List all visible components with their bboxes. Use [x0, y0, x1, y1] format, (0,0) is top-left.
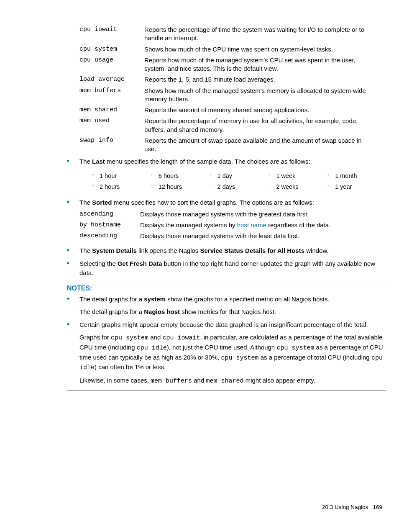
text: The	[79, 199, 92, 206]
time-column: 1 hour2 hours	[92, 170, 151, 192]
time-column: 6 hours12 hours	[151, 170, 210, 192]
time-column: 1 week2 weeks	[269, 170, 327, 192]
bold-text: Nagios host	[144, 308, 180, 315]
glossary-link[interactable]: host name	[237, 221, 266, 229]
time-option: 2 days	[210, 181, 269, 192]
time-option: 1 hour	[92, 170, 151, 181]
button-name: Get Fresh Data	[118, 260, 162, 267]
time-option: 1 week	[269, 170, 327, 181]
time-option: 12 hours	[151, 181, 210, 192]
text: window.	[304, 247, 329, 254]
term: by hostname	[79, 220, 140, 231]
description: Shows how much of the managed system's m…	[144, 85, 374, 105]
sort-option-row: by hostnameDisplays the managed systems …	[79, 220, 386, 231]
text: ), not just the CPU time used. Although	[167, 344, 277, 351]
sorted-menu-item: The Sorted menu specifies how to sort th…	[67, 198, 386, 242]
text: The	[79, 158, 92, 165]
code-text: mem buffers	[151, 378, 192, 385]
bold-text: system	[144, 296, 166, 303]
text: ) can often be 1% or less.	[95, 363, 166, 370]
code-text: cpu system	[221, 355, 259, 362]
code-text: cpu idle	[137, 344, 167, 352]
definition-row: cpu usageReports how much of the managed…	[79, 55, 374, 75]
text: menu specifies how to sort the detail gr…	[112, 199, 314, 206]
description: Reports the percentage of memory in use …	[144, 116, 374, 135]
code-text: cpu iowait	[162, 334, 200, 342]
notes-heading: NOTES:	[67, 285, 386, 292]
description: Displays those managed systems with the …	[140, 231, 386, 242]
definitions-table-1: cpu iowaitReports the percentage of time…	[79, 24, 374, 154]
text: show metrics for that Nagios host.	[180, 308, 276, 315]
definition-row: swap infoReports the amount of swap spac…	[79, 135, 374, 155]
description: Reports the amount of swap space availab…	[144, 135, 374, 155]
term: ascending	[79, 209, 140, 220]
text: and	[148, 334, 162, 341]
text: show the graphs for a specified metric o…	[166, 296, 330, 303]
window-name: Service Status Details for All Hosts	[200, 247, 305, 254]
term: cpu system	[79, 44, 144, 55]
term: cpu usage	[79, 55, 144, 75]
description: Reports the percentage of time the syste…	[144, 24, 374, 44]
time-option: 6 hours	[151, 170, 210, 181]
definition-row: load averageReports the 1, 5, and 15 min…	[79, 74, 374, 85]
page-footer: 20.3 Using Nagios 169	[322, 504, 382, 510]
sort-option-row: ascendingDisplays those managed systems …	[79, 209, 386, 220]
note-item-1: The detail graphs for a system show the …	[67, 295, 386, 316]
text: The detail graphs for a	[79, 308, 144, 315]
code-text: mem shared	[206, 378, 243, 385]
description: Displays those managed systems with the …	[140, 209, 386, 220]
menu-name: Sorted	[92, 199, 112, 206]
definition-row: mem buffersShows how much of the managed…	[79, 85, 374, 105]
text: might also appear empty.	[244, 377, 315, 384]
description: Reports the 1, 5, and 15 minute load ave…	[144, 74, 374, 85]
note-item-2: Certain graphs might appear empty becaus…	[67, 320, 386, 386]
description: Displays the managed systems by host nam…	[140, 220, 386, 231]
term: descending	[79, 231, 140, 242]
text: Likewise, in some cases,	[79, 377, 151, 384]
time-options-grid: 1 hour2 hours6 hours12 hours1 day2 days1…	[92, 170, 386, 192]
text: Selecting the	[79, 260, 118, 267]
time-option: 1 year	[327, 181, 386, 192]
text: The	[79, 247, 92, 254]
description: Shows how much of the CPU time was spent…	[144, 44, 374, 55]
definition-row: cpu systemShows how much of the CPU time…	[79, 44, 374, 55]
term: mem used	[79, 116, 144, 135]
term: mem shared	[79, 105, 144, 116]
menu-name: Last	[92, 158, 105, 165]
time-option: 2 hours	[92, 181, 151, 192]
system-details-item: The System Details link opens the Nagios…	[67, 246, 386, 255]
text: and	[192, 377, 206, 384]
link-name: System Details	[92, 247, 137, 254]
time-column: 1 day2 days	[210, 170, 269, 192]
page-number: 169	[373, 504, 382, 510]
divider	[67, 390, 386, 391]
term: load average	[79, 74, 144, 85]
text: link opens the Nagios	[137, 247, 200, 254]
text: The detail graphs for a	[79, 296, 144, 303]
description: Reports how much of the managed system's…	[144, 55, 374, 75]
time-option: 1 day	[210, 170, 269, 181]
text: Certain graphs might appear empty becaus…	[79, 321, 368, 328]
definition-row: mem sharedReports the amount of memory s…	[79, 105, 374, 116]
term: swap info	[79, 135, 144, 155]
definition-row: cpu iowaitReports the percentage of time…	[79, 24, 374, 44]
time-column: 1 month1 year	[327, 170, 386, 192]
time-option: 2 weeks	[269, 181, 327, 192]
definition-row: mem usedReports the percentage of memory…	[79, 116, 374, 135]
sort-option-row: descendingDisplays those managed systems…	[79, 231, 386, 242]
last-menu-item: The Last menu specifies the length of th…	[67, 157, 386, 192]
fresh-data-item: Selecting the Get Fresh Data button in t…	[67, 259, 386, 278]
text: menu specifies the length of the sample …	[105, 158, 310, 165]
time-option: 1 month	[327, 170, 386, 181]
term: cpu iowait	[79, 24, 144, 44]
section-label: 20.3 Using Nagios	[322, 504, 368, 510]
divider	[67, 282, 386, 282]
code-text: cpu system	[111, 334, 148, 342]
code-text: cpu system	[276, 344, 314, 352]
text: Graphs for	[79, 334, 111, 341]
text: as a percentage of total CPU (including	[259, 354, 371, 361]
term: mem buffers	[79, 85, 144, 105]
description: Reports the amount of memory shared amon…	[144, 105, 374, 116]
